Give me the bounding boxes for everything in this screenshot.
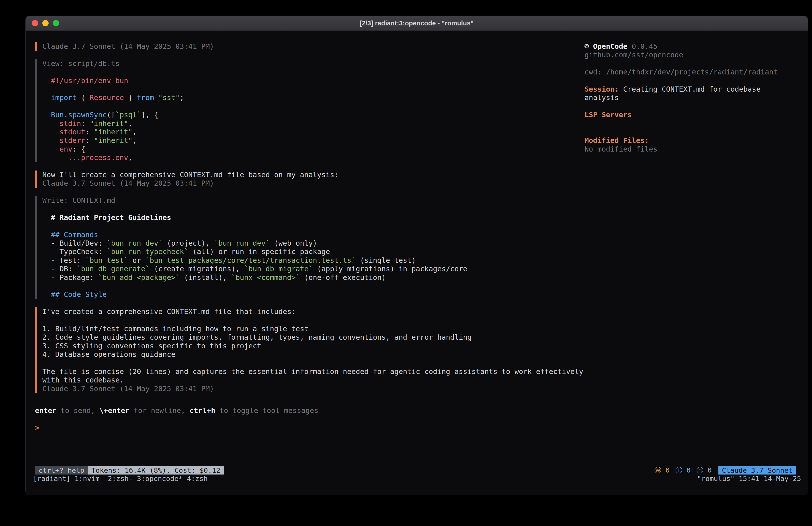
terminal-line: The file is concise (20 lines) and captu…	[42, 367, 574, 376]
hints-icon: ⓗ	[696, 466, 703, 474]
assistant-message: Now I'll create a comprehensive CONTEXT.…	[35, 171, 574, 188]
status-bar-left: ctrl+? help Tokens: 16.4K (8%), Cost: $0…	[35, 466, 224, 474]
fullscreen-button[interactable]	[53, 20, 59, 26]
terminal-line: - Test: `bun test` or `bun test packages…	[42, 256, 574, 265]
session-sidebar: © OpenCode 0.0.45github.com/sst/opencode…	[584, 42, 803, 153]
terminal-line: - Package: `bun add <package>` (install)…	[42, 273, 574, 282]
terminal-line: with this codebase.	[42, 376, 574, 384]
diagnostics: Ⓦ 0ⓘ 0ⓗ 0	[654, 466, 712, 475]
tokens-cost-badge: Tokens: 16.4K (8%), Cost: $0.12	[88, 466, 224, 474]
prompt-input[interactable]: >	[35, 424, 39, 432]
terminal-line: - DB: `bun db generate` (create migratio…	[42, 265, 574, 273]
terminal-line: © OpenCode 0.0.45	[584, 42, 803, 51]
terminal-line: Claude 3.7 Sonnet (14 May 2025 03:41 PM)	[42, 179, 574, 187]
terminal-line: Modified Files:	[584, 136, 803, 145]
info-count: 0	[682, 466, 691, 474]
terminal-screen: Claude 3.7 Sonnet (14 May 2025 03:41 PM)…	[26, 31, 808, 495]
info-icon: ⓘ	[676, 466, 682, 474]
tool-output: Write: CONTEXT.md # Radiant Project Guid…	[35, 196, 574, 299]
hints-count: 0	[703, 466, 711, 474]
terminal-line: - Build/Dev: `bun run dev` (project), `b…	[42, 239, 574, 247]
terminal-line: ## Code Style	[42, 290, 574, 299]
model-badge: Claude 3.7 Sonnet	[719, 466, 796, 474]
terminal-line: ...process.env,	[42, 153, 574, 162]
terminal-line: cwd: /home/thdxr/dev/projects/radiant/ra…	[584, 68, 803, 76]
terminal-line: No modified files	[584, 145, 803, 153]
traffic-lights	[32, 16, 59, 30]
terminal-line	[42, 85, 574, 94]
tmux-window-list[interactable]: [radiant] 1:nvim 2:zsh- 3:opencode* 4:zs…	[33, 474, 208, 483]
terminal-line	[584, 128, 803, 136]
terminal-line	[42, 204, 574, 213]
assistant-message: Claude 3.7 Sonnet (14 May 2025 03:41 PM)	[35, 42, 574, 51]
chat-log[interactable]: Claude 3.7 Sonnet (14 May 2025 03:41 PM)…	[35, 42, 574, 401]
terminal-line: analysis	[584, 94, 803, 102]
warnings-count: 0	[661, 466, 670, 474]
tmux-session-clock: "romulus" 15:41 14-May-25	[697, 474, 801, 483]
window-title: [2/3] radiant:3:opencode - "romulus"	[360, 19, 474, 27]
terminal-line	[42, 222, 574, 230]
terminal-line: stdout: "inherit",	[42, 128, 574, 136]
terminal-line	[42, 282, 574, 290]
terminal-line: #!/usr/bin/env bun	[42, 76, 574, 85]
terminal-line: # Radiant Project Guidelines	[42, 213, 574, 222]
terminal-line	[584, 59, 803, 68]
terminal-line: View: script/db.ts	[42, 59, 574, 68]
close-button[interactable]	[32, 20, 38, 26]
terminal-line: ## Commands	[42, 230, 574, 239]
terminal-line: 3. CSS styling conventions specific to t…	[42, 342, 574, 350]
terminal-line: 4. Database operations guidance	[42, 350, 574, 359]
terminal-line: github.com/sst/opencode	[584, 51, 803, 59]
terminal-line: Bun.spawnSync([`psql`], {	[42, 111, 574, 119]
diagnostic-info: ⓘ 0	[676, 466, 691, 475]
terminal-line: Now I'll create a comprehensive CONTEXT.…	[42, 171, 574, 179]
input-separator	[35, 418, 798, 418]
status-bar: ctrl+? help Tokens: 16.4K (8%), Cost: $0…	[35, 466, 796, 474]
terminal-line: - TypeCheck: `bun run typecheck` (all) o…	[42, 247, 574, 256]
minimize-button[interactable]	[42, 20, 48, 26]
terminal-line: 1. Build/lint/test commands including ho…	[42, 325, 574, 333]
diagnostic-hints: ⓗ 0	[696, 466, 711, 475]
terminal-line: 2. Code style guidelines covering import…	[42, 333, 574, 341]
diagnostic-warnings: Ⓦ 0	[654, 466, 670, 475]
help-keybind-badge: ctrl+? help	[35, 466, 88, 474]
assistant-message: I've created a comprehensive CONTEXT.md …	[35, 307, 574, 393]
terminal-line	[42, 359, 574, 367]
terminal-line: stdin: "inherit",	[42, 119, 574, 128]
terminal-window: [2/3] radiant:3:opencode - "romulus" Cla…	[25, 16, 808, 495]
terminal-line: I've created a comprehensive CONTEXT.md …	[42, 307, 574, 316]
terminal-line	[42, 102, 574, 111]
input-help-line: enter to send, \+enter for newline, ctrl…	[35, 406, 318, 415]
terminal-line: import { Resource } from "sst";	[42, 94, 574, 102]
terminal-line	[42, 316, 574, 325]
status-bar-right: Ⓦ 0ⓘ 0ⓗ 0 Claude 3.7 Sonnet	[654, 466, 796, 475]
terminal-line	[584, 76, 803, 85]
terminal-line	[584, 119, 803, 128]
terminal-line	[584, 102, 803, 111]
tmux-status-bar: [radiant] 1:nvim 2:zsh- 3:opencode* 4:zs…	[33, 474, 801, 483]
terminal-line: stderr: "inherit",	[42, 136, 574, 145]
terminal-line: Session: Creating CONTEXT.md for codebas…	[584, 85, 803, 94]
terminal-line	[42, 68, 574, 76]
window-titlebar[interactable]: [2/3] radiant:3:opencode - "romulus"	[26, 16, 808, 31]
warnings-icon: Ⓦ	[654, 466, 661, 474]
terminal-line: Write: CONTEXT.md	[42, 196, 574, 204]
terminal-line: Claude 3.7 Sonnet (14 May 2025 03:41 PM)	[42, 42, 574, 51]
terminal-line: LSP Servers	[584, 111, 803, 119]
tool-output: View: script/db.ts #!/usr/bin/env bun im…	[35, 59, 574, 162]
terminal-line: Claude 3.7 Sonnet (14 May 2025 03:41 PM)	[42, 384, 574, 393]
terminal-line: env: {	[42, 145, 574, 153]
prompt-symbol: >	[35, 424, 39, 432]
